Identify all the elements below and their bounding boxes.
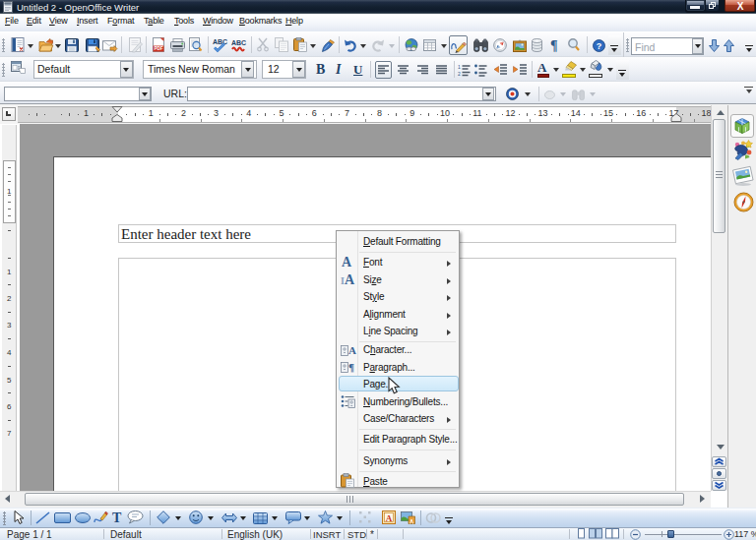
svg-text:2: 2 [458, 71, 461, 77]
svg-text:?: ? [597, 41, 602, 51]
svg-text:ABC: ABC [231, 39, 246, 46]
svg-text:¶: ¶ [348, 361, 354, 373]
svg-text:1: 1 [458, 64, 461, 70]
svg-text:PDF: PDF [154, 46, 162, 51]
svg-text:ABC: ABC [213, 38, 227, 45]
svg-text:A: A [386, 513, 393, 523]
svg-text:A: A [348, 344, 356, 356]
